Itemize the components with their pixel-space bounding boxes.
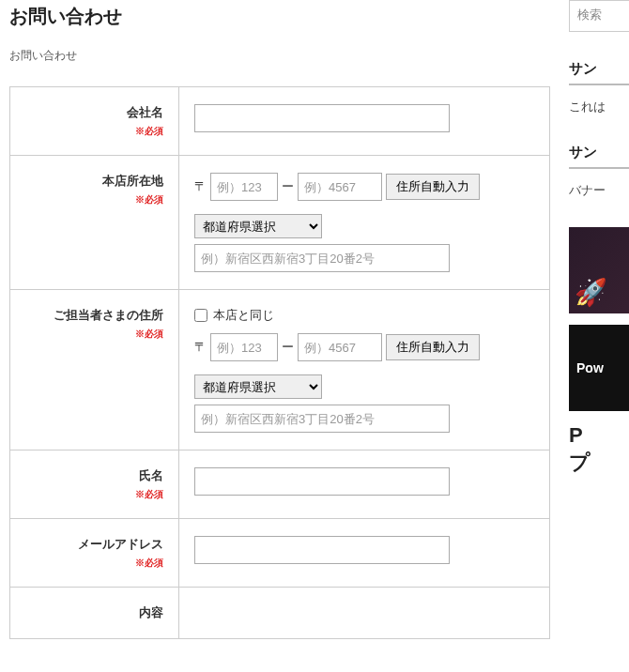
page-title: お問い合わせ — [9, 4, 550, 29]
sidebar-text-1: これは — [569, 99, 629, 115]
label-email: メールアドレス ※必須 — [10, 519, 179, 588]
zip-dash-head: ー — [282, 178, 294, 195]
sidebar-banner-2[interactable]: Pow — [569, 325, 629, 411]
label-contact-address: ご担当者さまの住所 ※必須 — [10, 290, 179, 451]
head-zip2-input[interactable] — [298, 173, 382, 201]
required-company: ※必須 — [25, 125, 163, 138]
email-input[interactable] — [194, 536, 450, 564]
head-address-input[interactable] — [194, 244, 450, 272]
sidebar-promo-1: P — [569, 422, 629, 450]
head-prefecture-select[interactable]: 都道府県選択 — [194, 214, 322, 238]
contact-zip2-input[interactable] — [298, 333, 382, 361]
label-company-text: 会社名 — [127, 105, 163, 119]
label-content: 内容 — [10, 588, 179, 639]
company-input[interactable] — [194, 104, 450, 132]
contact-auto-address-button[interactable]: 住所自動入力 — [386, 334, 480, 360]
zip-dash-contact: ー — [282, 339, 294, 356]
zip-mark-head: 〒 — [194, 178, 207, 195]
label-email-text: メールアドレス — [78, 537, 163, 551]
label-name: 氏名 ※必須 — [10, 451, 179, 519]
label-company: 会社名 ※必須 — [10, 87, 179, 156]
contact-form: 会社名 ※必須 本店所在地 ※必須 〒 — [9, 86, 550, 639]
sidebar-promo-2: プ — [569, 450, 629, 477]
head-zip1-input[interactable] — [210, 173, 278, 201]
same-as-head-checkbox[interactable] — [194, 309, 207, 322]
label-contact-address-text: ご担当者さまの住所 — [54, 308, 163, 322]
sidebar-banner-2-text: Pow — [576, 360, 604, 375]
sidebar-heading-1: サン — [569, 60, 629, 85]
head-auto-address-button[interactable]: 住所自動入力 — [386, 174, 480, 200]
sidebar-heading-2: サン — [569, 144, 629, 169]
rocket-icon: 🚀 — [575, 277, 607, 308]
breadcrumb: お問い合わせ — [9, 48, 550, 64]
required-head-office: ※必須 — [25, 193, 163, 206]
contact-address-input[interactable] — [194, 405, 450, 433]
contact-prefecture-select[interactable]: 都道府県選択 — [194, 374, 322, 399]
name-input[interactable] — [194, 467, 450, 496]
sidebar-banner-1[interactable]: 🚀 — [569, 227, 629, 313]
label-head-office-text: 本店所在地 — [102, 174, 163, 188]
label-head-office: 本店所在地 ※必須 — [10, 156, 179, 290]
label-content-text: 内容 — [139, 605, 163, 619]
sidebar-text-2: バナー — [569, 182, 629, 199]
label-name-text: 氏名 — [139, 468, 163, 482]
required-contact-address: ※必須 — [25, 328, 163, 341]
same-as-head-label: 本店と同じ — [213, 307, 274, 324]
contact-zip1-input[interactable] — [210, 333, 278, 361]
required-email: ※必須 — [25, 557, 163, 570]
required-name: ※必須 — [25, 488, 163, 501]
search-input[interactable]: 検索 — [569, 0, 629, 32]
zip-mark-contact: 〒 — [194, 339, 207, 356]
